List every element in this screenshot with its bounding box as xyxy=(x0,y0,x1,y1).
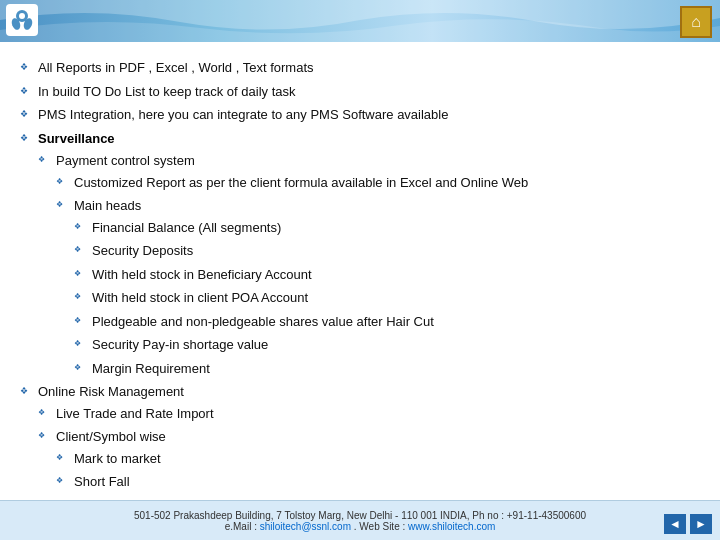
main-content: All Reports in PDF , Excel , World , Tex… xyxy=(0,42,720,500)
list-item-security-dep: Security Deposits xyxy=(74,241,700,261)
list-item-customized: Customized Report as per the client form… xyxy=(56,173,700,193)
top-banner xyxy=(0,0,720,42)
list-item-financial: Financial Balance (All segments) xyxy=(74,218,700,238)
list-item-withheld-poa: With held stock in client POA Account xyxy=(74,288,700,308)
list-item-mark-market: Mark to market xyxy=(56,449,700,469)
online-risk-sublist: Live Trade and Rate Import Client/Symbol… xyxy=(38,404,700,501)
list-item-security-pay: Security Pay-in shortage value xyxy=(74,335,700,355)
list-item-surveillance: Surveillance Payment control system Cust… xyxy=(20,129,700,379)
footer-line2: e.Mail : shiloitech@ssnl.com . Web Site … xyxy=(225,521,496,532)
list-item-client-symbol: Client/Symbol wise Mark to market Short … xyxy=(38,427,700,500)
main-list: All Reports in PDF , Excel , World , Tex… xyxy=(20,58,700,500)
list-item-payment: Payment control system Customized Report… xyxy=(38,151,700,378)
list-item-short-fall: Short Fall xyxy=(56,472,700,492)
list-item-online-risk: Online Risk Management Live Trade and Ra… xyxy=(20,382,700,500)
home-button[interactable]: ⌂ xyxy=(680,6,712,38)
back-button[interactable]: ◄ xyxy=(664,514,686,534)
logo xyxy=(6,4,38,36)
footer-website[interactable]: www.shiloitech.com xyxy=(408,521,495,532)
footer-email[interactable]: shiloitech@ssnl.com xyxy=(260,521,351,532)
list-item-withheld-bene: With held stock in Beneficiary Account xyxy=(74,265,700,285)
list-item-pledgeable: Pledgeable and non-pledgeable shares val… xyxy=(74,312,700,332)
forward-button[interactable]: ► xyxy=(690,514,712,534)
footer-line1: 501-502 Prakashdeep Building, 7 Tolstoy … xyxy=(134,510,586,521)
list-item-main-heads: Main heads Financial Balance (All segmen… xyxy=(56,196,700,378)
main-heads-list: Financial Balance (All segments) Securit… xyxy=(74,218,700,379)
list-item-live-trade: Live Trade and Rate Import xyxy=(38,404,700,424)
payment-sublist: Customized Report as per the client form… xyxy=(56,173,700,379)
list-item-pdf: All Reports in PDF , Excel , World , Tex… xyxy=(20,58,700,78)
list-item-todo: In build TO Do List to keep track of dai… xyxy=(20,82,700,102)
surveillance-sublist: Payment control system Customized Report… xyxy=(38,151,700,378)
svg-point-4 xyxy=(19,13,25,19)
nav-arrows: ◄ ► xyxy=(664,514,712,534)
list-item-pms: PMS Integration, here you can integrate … xyxy=(20,105,700,125)
home-icon: ⌂ xyxy=(691,13,701,31)
list-item-margin-req: Margin Requirement xyxy=(74,359,700,379)
client-symbol-sublist: Mark to market Short Fall Exposure Span … xyxy=(56,449,700,501)
footer: 501-502 Prakashdeep Building, 7 Tolstoy … xyxy=(0,500,720,540)
